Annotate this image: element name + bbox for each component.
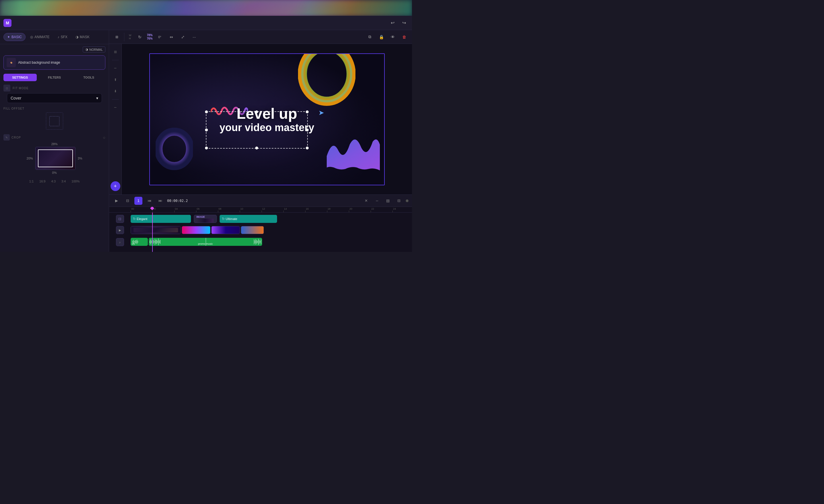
blend-mode-row: ◑ NORMAL: [0, 44, 109, 53]
blend-icon: ◑: [85, 47, 88, 51]
tools-button[interactable]: TOOLS: [72, 74, 105, 81]
playhead-indicator: [152, 207, 153, 210]
ruler-inner: 00 02 04 06: [131, 207, 412, 212]
filters-button[interactable]: FILTERS: [38, 74, 71, 81]
minus2-button[interactable]: −: [111, 103, 120, 112]
blend-mode-badge[interactable]: ◑ NORMAL: [83, 46, 105, 52]
timeline-close-button[interactable]: ✕: [362, 197, 370, 205]
chevron-down-icon: ▾: [96, 96, 98, 100]
layers-button[interactable]: ⊞: [111, 47, 120, 56]
aspect-ratio-button[interactable]: ↻: [135, 33, 144, 41]
left-vertical-toolbar: ⊞ − ⬆ ⬇ − +: [109, 44, 122, 195]
timeline-time: 00:00:02.2: [167, 199, 188, 203]
delete-button[interactable]: 🗑: [400, 33, 409, 41]
redo-button[interactable]: ↪: [399, 18, 409, 27]
ratio-4-3[interactable]: 4:3: [50, 179, 57, 183]
track-label-video: ▶: [109, 226, 131, 234]
flip-h-button[interactable]: ⇔: [167, 33, 176, 41]
align-bottom-button[interactable]: ⬇: [111, 87, 120, 96]
ruler-24: 24: [393, 207, 412, 212]
sequence-button[interactable]: 1: [134, 197, 142, 205]
layers-stack-button[interactable]: ⊞: [113, 33, 121, 41]
ruler-08: 08: [218, 207, 240, 212]
fit-mode-dropdown[interactable]: Cover ▾: [7, 93, 102, 103]
fit-mode-icon: □: [3, 85, 10, 92]
crop-thumbnail: [35, 147, 76, 170]
timeline-expand-button[interactable]: ↔: [373, 197, 381, 205]
main-content: ✦ BASIC ◎ ANIMATE ♪ SFX ◑ MASK: [0, 30, 412, 252]
fit-mode-label: FIT MODE: [13, 87, 29, 90]
audio-clip-promo[interactable]: promo music: [149, 238, 262, 246]
tabs-row: ✦ BASIC ◎ ANIMATE ♪ SFX ◑ MASK: [0, 30, 109, 44]
rotate-value: 0°: [158, 35, 161, 39]
ruler-00: 00: [131, 207, 152, 212]
timeline: ▶ ⊟ 1 ⏮ ⏭ 00:00:02.2 ✕ ↔ ▤ ⊟: [109, 195, 412, 252]
sfx-icon: ♪: [58, 35, 59, 39]
video-clip-4[interactable]: [241, 226, 264, 234]
video-clip-3[interactable]: [211, 226, 240, 234]
clip-elegant[interactable]: Tr Elegant: [131, 215, 191, 223]
layer-name: Abstract background image: [18, 60, 102, 65]
tab-sfx[interactable]: ♪ SFX: [54, 33, 71, 41]
ratio-row: 1:1 16:9 4:3 3:4 100%: [0, 177, 109, 186]
crop-label: CROP: [11, 136, 21, 139]
more-button[interactable]: ···: [190, 33, 199, 41]
canvas-wrapper: ⊞ − ⬆ ⬇ − +: [109, 44, 412, 195]
expand-button[interactable]: ⤢: [179, 33, 187, 41]
h-label: H: [129, 37, 131, 40]
track-label-text: { }: [109, 215, 131, 223]
tab-mask[interactable]: ◑ MASK: [72, 33, 93, 41]
crop-percent-top: 28%: [3, 142, 105, 146]
video-clip-1[interactable]: [131, 226, 181, 234]
settings-button[interactable]: SETTINGS: [3, 74, 37, 81]
height-ratio: 76%: [147, 37, 153, 40]
layer-item[interactable]: 🎨 Abstract background image: [3, 55, 105, 70]
track-mode-button[interactable]: ⊟: [123, 197, 131, 205]
crop-percent-bottom: 0%: [3, 171, 105, 174]
canvas-frame[interactable]: Level up your video mastery: [149, 53, 385, 185]
tab-basic[interactable]: ✦ BASIC: [3, 33, 25, 41]
video-clip-2[interactable]: [182, 226, 210, 234]
crop-header: ⤡ CROP ◇: [3, 134, 105, 141]
align-top-button[interactable]: ⬆: [111, 75, 120, 84]
track-content-video: [131, 225, 412, 235]
settings-row: SETTINGS FILTERS TOOLS: [0, 72, 109, 84]
header-bar: M ↩ ↪: [0, 16, 412, 30]
copy-button[interactable]: ⧉: [366, 33, 374, 41]
wh-labels: W H: [129, 34, 131, 40]
crop-left-label: 20%: [27, 157, 33, 160]
clip-ultimate[interactable]: Tr Ultimate: [220, 215, 277, 223]
add-element-button[interactable]: +: [111, 181, 120, 191]
undo-button[interactable]: ↩: [388, 18, 397, 27]
ratio-1-1[interactable]: 1:1: [28, 179, 35, 183]
crop-thumb-row: 20% 3%: [3, 147, 105, 170]
ruler-20: 20: [349, 207, 371, 212]
fill-offset-section: FILL OFFSET: [0, 105, 109, 132]
crop-right-label: 3%: [78, 157, 82, 160]
ruler-12: 12: [262, 207, 283, 212]
clip-image[interactable]: IMAGE: [194, 215, 217, 223]
timeline-ruler: 00 02 04 06: [109, 207, 412, 213]
toolbar-divider-1: [112, 60, 119, 60]
ruler-06: 06: [196, 207, 218, 212]
fill-offset-inner: [49, 116, 60, 126]
visibility-button[interactable]: 👁: [389, 33, 397, 41]
ruler-22: 22: [371, 207, 393, 212]
toolbar-divider-2: [112, 99, 119, 100]
ratio-100[interactable]: 100%: [70, 179, 81, 183]
lock-button[interactable]: 🔒: [377, 33, 386, 41]
minus-button[interactable]: −: [111, 64, 120, 73]
skip-forward-button[interactable]: ⏭: [156, 197, 164, 205]
torus-top-object: [298, 53, 355, 108]
audio-clip-sfx[interactable]: sfx: [131, 238, 148, 246]
ratio-16-9[interactable]: 16:9: [38, 179, 46, 183]
track-content-audio: sfx: [131, 236, 412, 248]
rotate-button[interactable]: 0°: [156, 33, 164, 41]
tab-animate[interactable]: ◎ ANIMATE: [27, 33, 53, 41]
timeline-view-button[interactable]: ▤: [384, 197, 392, 205]
play-button[interactable]: ▶: [113, 197, 121, 205]
skip-back-button[interactable]: ⏮: [145, 197, 153, 205]
fill-offset-label: FILL OFFSET: [3, 107, 105, 110]
timeline-zoom-button[interactable]: ⊟: [395, 197, 403, 205]
ratio-3-4[interactable]: 3:4: [60, 179, 67, 183]
